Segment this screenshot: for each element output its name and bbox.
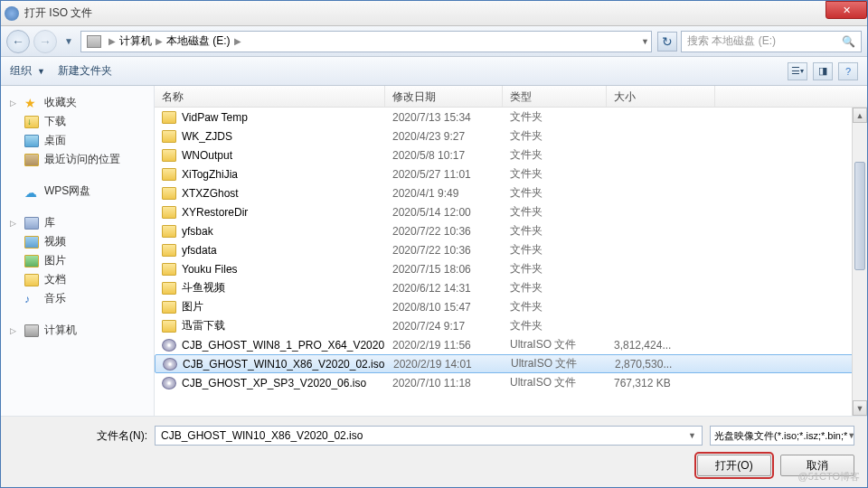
file-type: 文件夹 xyxy=(503,185,607,201)
file-date: 2020/7/15 18:06 xyxy=(385,263,503,276)
scroll-down-button[interactable]: ▼ xyxy=(853,400,867,416)
file-name: 斗鱼视频 xyxy=(182,280,225,296)
sidebar-videos[interactable]: 视频 xyxy=(5,232,150,251)
file-name: 迅雷下载 xyxy=(182,318,225,333)
disc-icon xyxy=(162,339,176,352)
file-size: 3,812,424... xyxy=(607,339,715,352)
file-list-area: 名称 修改日期 类型 大小 VidPaw Temp2020/7/13 15:34… xyxy=(155,86,867,416)
file-row[interactable]: yfsdata2020/7/22 10:36文件夹 xyxy=(155,240,867,259)
file-row[interactable]: CJB_GHOST_XP_SP3_V2020_06.iso2020/7/10 1… xyxy=(155,373,867,392)
file-name: WNOutput xyxy=(182,149,232,162)
file-date: 2020/7/10 11:18 xyxy=(385,377,503,389)
column-size[interactable]: 大小 xyxy=(607,86,715,107)
sidebar-libraries[interactable]: ▷库 xyxy=(5,213,150,232)
search-input[interactable]: 搜索 本地磁盘 (E:) 🔍 xyxy=(681,31,862,52)
folder-icon xyxy=(162,206,176,219)
file-name: 图片 xyxy=(182,299,203,314)
file-row[interactable]: 迅雷下载2020/7/24 9:17文件夹 xyxy=(155,316,867,335)
sidebar-music[interactable]: ♪音乐 xyxy=(5,289,150,308)
column-headers: 名称 修改日期 类型 大小 xyxy=(155,86,867,108)
organize-menu[interactable]: 组织▼ xyxy=(10,63,45,79)
file-date: 2020/5/14 12:00 xyxy=(385,206,503,219)
file-name: yfsdata xyxy=(182,244,217,257)
file-type: UltraISO 文件 xyxy=(504,356,608,371)
file-row[interactable]: VidPaw Temp2020/7/13 15:34文件夹 xyxy=(155,108,867,127)
file-row[interactable]: CJB_GHOST_WIN8_1_PRO_X64_V2020...2020/2/… xyxy=(155,335,867,354)
breadcrumb-drive[interactable]: 本地磁盘 (E:) xyxy=(166,33,231,49)
new-folder-button[interactable]: 新建文件夹 xyxy=(58,63,112,79)
file-date: 2020/4/1 9:49 xyxy=(385,187,503,200)
chevron-right-icon: ▶ xyxy=(105,36,119,46)
back-button[interactable]: ← xyxy=(6,30,30,53)
file-type: 文件夹 xyxy=(503,280,607,296)
help-button[interactable]: ? xyxy=(838,62,858,80)
filter-dropdown-icon[interactable]: ▼ xyxy=(847,431,854,440)
file-row[interactable]: yfsbak2020/7/22 10:36文件夹 xyxy=(155,221,867,240)
folder-icon xyxy=(162,130,176,143)
toolbar: 组织▼ 新建文件夹 ☰▾ ◨ ? xyxy=(1,57,867,86)
file-name: WK_ZJDS xyxy=(182,130,232,143)
open-button[interactable]: 打开(O) xyxy=(697,455,771,476)
folder-icon xyxy=(162,149,176,162)
file-row[interactable]: WK_ZJDS2020/4/23 9:27文件夹 xyxy=(155,127,867,145)
folder-icon xyxy=(162,301,176,314)
file-date: 2020/2/19 14:01 xyxy=(386,358,504,371)
file-row[interactable]: Youku Files2020/7/15 18:06文件夹 xyxy=(155,259,867,278)
sidebar-wps-cloud[interactable]: ☁WPS网盘 xyxy=(5,182,150,201)
sidebar-desktop[interactable]: 桌面 xyxy=(5,131,150,150)
file-size: 2,870,530... xyxy=(608,358,716,371)
file-list[interactable]: VidPaw Temp2020/7/13 15:34文件夹WK_ZJDS2020… xyxy=(155,108,867,416)
column-name[interactable]: 名称 xyxy=(155,86,385,107)
filetype-filter[interactable]: 光盘映像文件(*.iso;*.isz;*.bin;*▼ xyxy=(710,426,854,446)
forward-button[interactable]: → xyxy=(33,30,57,53)
sidebar-pictures[interactable]: 图片 xyxy=(5,251,150,270)
preview-pane-button[interactable]: ◨ xyxy=(813,62,833,80)
search-placeholder: 搜索 本地磁盘 (E:) xyxy=(687,33,776,49)
breadcrumb-computer[interactable]: 计算机 xyxy=(119,33,152,49)
address-bar[interactable]: ▶ 计算机 ▶ 本地磁盘 (E:) ▶ ▼ xyxy=(80,31,652,52)
file-date: 2020/5/27 11:01 xyxy=(385,168,503,181)
file-date: 2020/7/22 10:36 xyxy=(385,244,503,257)
column-type[interactable]: 类型 xyxy=(503,86,607,107)
sidebar-computer[interactable]: ▷计算机 xyxy=(5,321,150,340)
file-name: Youku Files xyxy=(182,263,238,276)
address-dropdown[interactable]: ▼ xyxy=(641,37,649,46)
folder-icon xyxy=(162,187,176,200)
column-date[interactable]: 修改日期 xyxy=(385,86,503,107)
folder-icon xyxy=(162,244,176,257)
file-row[interactable]: XTXZGhost2020/4/1 9:49文件夹 xyxy=(155,183,867,202)
file-date: 2020/6/12 14:31 xyxy=(385,282,503,295)
disc-icon xyxy=(163,358,177,371)
sidebar-recent[interactable]: 最近访问的位置 xyxy=(5,150,150,169)
file-row[interactable]: WNOutput2020/5/8 10:17文件夹 xyxy=(155,145,867,164)
sidebar-favorites[interactable]: ▷★收藏夹 xyxy=(5,93,150,112)
file-type: 文件夹 xyxy=(503,223,607,239)
filename-dropdown-icon[interactable]: ▼ xyxy=(688,431,696,440)
file-date: 2020/4/23 9:27 xyxy=(385,130,503,143)
scroll-up-button[interactable]: ▲ xyxy=(853,108,867,123)
folder-icon xyxy=(162,282,176,295)
close-button[interactable]: ✕ xyxy=(826,1,867,19)
scrollbar[interactable]: ▲ ▼ xyxy=(852,108,867,416)
file-row[interactable]: 图片2020/8/10 15:47文件夹 xyxy=(155,297,867,316)
file-type: 文件夹 xyxy=(503,128,607,144)
file-type: 文件夹 xyxy=(503,166,607,182)
filename-input[interactable]: CJB_GHOST_WIN10_X86_V2020_02.iso▼ xyxy=(155,426,703,446)
file-row[interactable]: XiTogZhiJia2020/5/27 11:01文件夹 xyxy=(155,164,867,183)
file-row[interactable]: XYRestoreDir2020/5/14 12:00文件夹 xyxy=(155,202,867,221)
file-type: 文件夹 xyxy=(503,109,607,125)
scroll-thumb[interactable] xyxy=(854,162,865,270)
file-row[interactable]: 斗鱼视频2020/6/12 14:31文件夹 xyxy=(155,278,867,297)
file-row[interactable]: CJB_GHOST_WIN10_X86_V2020_02.iso2020/2/1… xyxy=(155,354,867,373)
sidebar-downloads[interactable]: 下载 xyxy=(5,112,150,131)
file-size: 767,312 KB xyxy=(607,377,715,389)
file-type: 文件夹 xyxy=(503,147,607,163)
history-dropdown[interactable]: ▼ xyxy=(61,36,77,46)
open-file-dialog: 打开 ISO 文件 ✕ ← → ▼ ▶ 计算机 ▶ 本地磁盘 (E:) ▶ ▼ … xyxy=(0,0,868,488)
folder-icon xyxy=(162,320,176,333)
sidebar-documents[interactable]: 文档 xyxy=(5,270,150,289)
navigation-bar: ← → ▼ ▶ 计算机 ▶ 本地磁盘 (E:) ▶ ▼ ↻ 搜索 本地磁盘 (E… xyxy=(1,26,867,57)
refresh-button[interactable]: ↻ xyxy=(657,32,677,52)
view-options-button[interactable]: ☰▾ xyxy=(788,62,807,80)
file-name: XTXZGhost xyxy=(182,187,239,200)
